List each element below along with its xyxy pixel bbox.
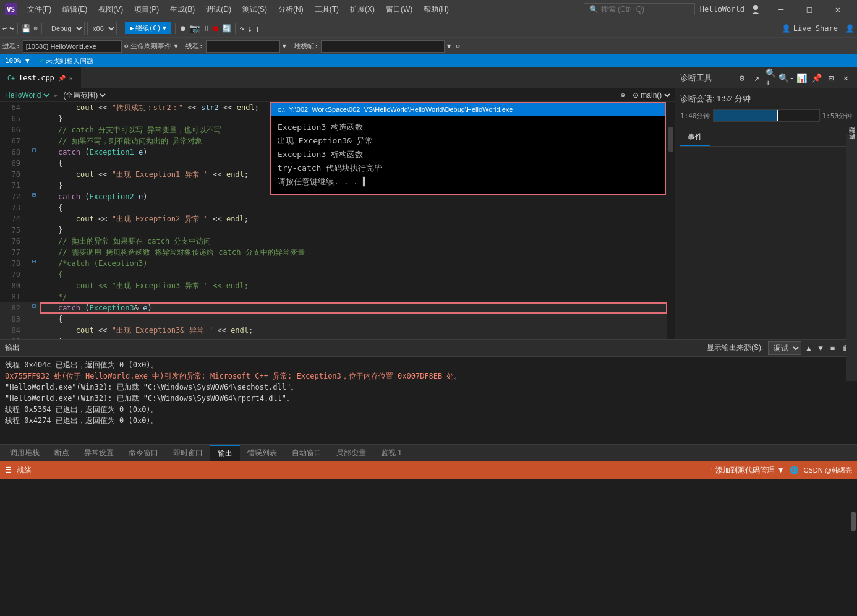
- main-toolbar: ↩ ↪ 💾 ⊕ Debug x86 ▶ 继续(C) ▼ ⏺ 📷 ⏸ ⏹ 🔄 ↷ …: [0, 19, 857, 37]
- add-scope-icon[interactable]: ⊕: [621, 91, 625, 100]
- scope-row: HelloWorld ▸ (全局范围) ⊕ ⊙ main(): [0, 88, 675, 102]
- bottom-tab-watch[interactable]: 监视 1: [373, 445, 409, 461]
- table-row: 76 // 抛出的异常 如果要在 catch 分支中访问: [0, 236, 667, 247]
- tab-icon: C+: [7, 75, 15, 82]
- vertical-scrollbar[interactable]: [667, 102, 675, 339]
- callstack-input[interactable]: [321, 40, 445, 53]
- search-box[interactable]: 🔍: [584, 3, 695, 15]
- diag-pin-icon[interactable]: 📌: [810, 72, 822, 84]
- table-row: 79 {: [0, 269, 667, 280]
- menu-file[interactable]: 文件(F): [22, 3, 56, 16]
- diag-tab-events[interactable]: 事件: [680, 129, 710, 146]
- restore-button[interactable]: □: [795, 0, 824, 19]
- output-panel-header: 输出 显示输出来源(S): 调试 ▲ ▼ ≡ 🗑: [0, 340, 857, 357]
- tab-close-button[interactable]: ✕: [69, 75, 73, 82]
- check-icon: ✓: [40, 57, 44, 65]
- bottom-tab-errors[interactable]: 错误列表: [240, 445, 284, 461]
- expand-icon[interactable]: ⊕: [456, 42, 460, 50]
- live-share-area[interactable]: 👤 Live Share: [782, 24, 838, 33]
- session-label: 诊断会话: 1:52 分钟: [680, 93, 852, 105]
- menu-debug[interactable]: 调试(D): [201, 3, 236, 16]
- arch-select[interactable]: x86: [87, 22, 117, 35]
- strip-label-1[interactable]: 计划: [846, 136, 858, 141]
- fold-icon[interactable]: ⊟: [32, 258, 36, 265]
- diag-export-icon[interactable]: ↗: [751, 72, 763, 84]
- bottom-tab-output[interactable]: 输出: [210, 445, 240, 461]
- process-input[interactable]: [23, 40, 122, 53]
- menu-test[interactable]: 测试(S): [237, 3, 272, 16]
- diag-close-icon[interactable]: ✕: [840, 72, 852, 84]
- close-button[interactable]: ✕: [824, 0, 852, 19]
- search-input[interactable]: [601, 5, 688, 14]
- minimize-button[interactable]: ─: [767, 0, 795, 19]
- output-scrollbar-thumb[interactable]: [851, 512, 856, 531]
- camera-icon[interactable]: 📷: [189, 24, 200, 33]
- continue-dropdown-icon: ▼: [163, 24, 167, 32]
- diag-zoom-out-icon[interactable]: 🔍-: [780, 72, 793, 84]
- menu-help[interactable]: 帮助(H): [419, 3, 454, 16]
- restart-icon[interactable]: 🔄: [222, 24, 231, 33]
- menu-project[interactable]: 项目(P): [129, 3, 164, 16]
- global-scope-select[interactable]: (全局范围): [61, 90, 108, 100]
- diag-maximize-icon[interactable]: ⊡: [825, 72, 837, 84]
- menu-build[interactable]: 生成(B): [165, 3, 200, 16]
- save-all-icon[interactable]: ⊕: [33, 24, 38, 32]
- fold-icon[interactable]: ⊟: [32, 191, 36, 198]
- table-row: 82 ⊟ catch (Exception3& e): [0, 302, 667, 314]
- bottom-tab-exceptions[interactable]: 异常设置: [77, 445, 121, 461]
- step-out-icon[interactable]: ↑: [255, 24, 260, 33]
- output-scrollbar[interactable]: [850, 512, 857, 599]
- svg-text:VS: VS: [7, 6, 15, 14]
- lifecycle-icon: ⚙: [124, 42, 129, 50]
- function-scope-select[interactable]: ⊙ main(): [630, 90, 672, 100]
- console-line-1: Exception3 构造函数: [278, 121, 659, 134]
- undo-icon[interactable]: ↩: [2, 24, 7, 33]
- strip-label-2[interactable]: 内存: [846, 142, 858, 147]
- bottom-tab-command[interactable]: 命令窗口: [121, 445, 166, 461]
- tab-label: Test.cpp: [19, 74, 54, 82]
- console-title-bar: C:\ Y:\002_WorkSpace\002_VS\HelloWorld\H…: [271, 103, 665, 116]
- menu-analyze[interactable]: 分析(N): [273, 3, 309, 16]
- pause-icon[interactable]: ⏸: [202, 24, 210, 33]
- no-problems-label: 未找到相关问题: [46, 56, 93, 66]
- bottom-tab-callstack[interactable]: 调用堆栈: [2, 445, 47, 461]
- menu-extensions[interactable]: 扩展(X): [345, 3, 380, 16]
- bottom-tab-locals[interactable]: 局部变量: [329, 445, 373, 461]
- bottom-tab-breakpoints[interactable]: 断点: [47, 445, 77, 461]
- console-line-4: try-catch 代码块执行完毕: [278, 161, 659, 175]
- scrollbar-thumb[interactable]: [668, 127, 673, 152]
- continue-button[interactable]: ▶ 继续(C) ▼: [125, 22, 171, 34]
- stop-icon[interactable]: ⏹: [212, 24, 220, 33]
- bottom-tab-auto[interactable]: 自动窗口: [284, 445, 329, 461]
- diag-settings-icon[interactable]: ⚙: [736, 72, 748, 84]
- step-over-icon[interactable]: ↷: [239, 24, 244, 33]
- account-icon[interactable]: 👤: [845, 24, 855, 33]
- fold-icon[interactable]: ⊟: [32, 302, 36, 309]
- diag-chart-icon[interactable]: 📊: [795, 72, 808, 84]
- menu-edit[interactable]: 编辑(E): [58, 3, 92, 16]
- record-icon[interactable]: ⏺: [179, 24, 187, 33]
- svg-text:C:\: C:\: [278, 107, 285, 113]
- output-up-icon[interactable]: ▲: [804, 344, 813, 353]
- menu-tools[interactable]: 工具(T): [310, 3, 344, 16]
- debug-mode-select[interactable]: Debug: [46, 22, 85, 35]
- bottom-tab-immediate[interactable]: 即时窗口: [166, 445, 210, 461]
- output-down-icon[interactable]: ▼: [816, 344, 825, 353]
- thread-input[interactable]: [206, 40, 280, 53]
- diagnostics-toolbar: ⚙ ↗ 🔍+ 🔍- 📊 📌 ⊡ ✕: [736, 72, 852, 84]
- save-icon[interactable]: 💾: [22, 24, 31, 33]
- step-in-icon[interactable]: ↓: [247, 24, 252, 33]
- tab-test-cpp[interactable]: C+ Test.cpp 📌 ✕: [0, 67, 81, 88]
- output-content: 线程 0x404c 已退出，返回值为 0 (0x0)。 0x755FF932 处…: [0, 357, 857, 444]
- diag-zoom-in-icon[interactable]: 🔍+: [765, 72, 778, 84]
- output-line-1: 线程 0x404c 已退出，返回值为 0 (0x0)。: [5, 359, 852, 370]
- redo-icon[interactable]: ↪: [9, 24, 14, 33]
- menu-window[interactable]: 窗口(W): [381, 3, 417, 16]
- output-source-select[interactable]: 调试: [768, 341, 801, 355]
- menu-view[interactable]: 视图(V): [93, 3, 128, 16]
- class-scope-select[interactable]: HelloWorld: [2, 90, 51, 100]
- console-line-5: 请按任意键继续. . . ▌: [278, 175, 659, 189]
- add-source-button[interactable]: ↑ 添加到源代码管理 ▼: [710, 465, 785, 476]
- fold-icon[interactable]: ⊟: [32, 147, 36, 153]
- output-format-icon[interactable]: ≡: [828, 344, 837, 353]
